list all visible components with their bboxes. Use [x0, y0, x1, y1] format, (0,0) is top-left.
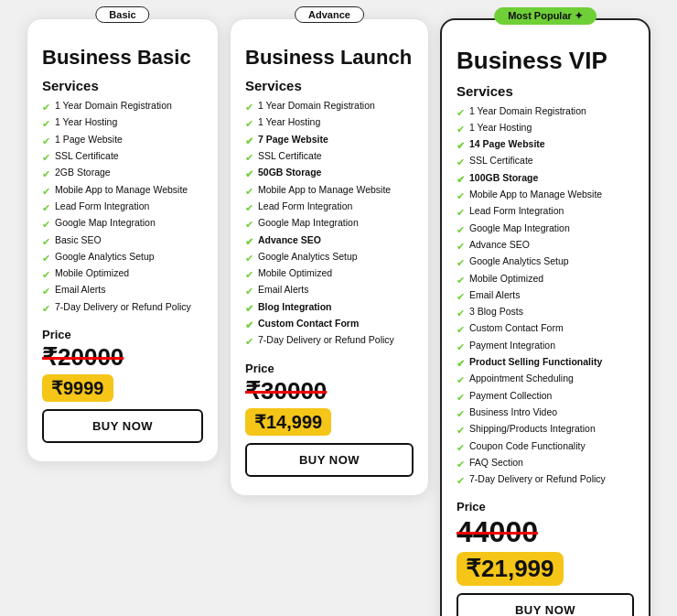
service-item: ✔1 Year Domain Registration: [42, 100, 203, 113]
service-text: 7 Page Website: [258, 134, 328, 146]
check-icon: ✔: [42, 302, 50, 315]
service-text: 1 Year Domain Registration: [258, 100, 375, 113]
check-icon: ✔: [42, 185, 50, 198]
sale-price: ₹9999: [42, 374, 113, 402]
service-text: Mobile App to Manage Website: [258, 184, 391, 197]
price-label: Price: [457, 500, 634, 513]
check-icon: ✔: [42, 268, 50, 281]
service-text: 7-Day Delivery or Refund Policy: [469, 473, 606, 486]
services-label: Services: [42, 78, 203, 93]
service-item: ✔Email Alerts: [457, 289, 634, 303]
check-icon: ✔: [245, 201, 253, 214]
check-icon: ✔: [245, 168, 253, 180]
check-icon: ✔: [245, 218, 253, 231]
service-text: Google Analytics Setup: [258, 251, 358, 264]
service-item: ✔SSL Certificate: [457, 155, 634, 168]
service-item: ✔100GB Storage: [457, 172, 634, 186]
service-text: Basic SEO: [55, 234, 102, 247]
original-price: ₹20000: [42, 343, 124, 372]
check-icon: ✔: [457, 441, 465, 454]
check-icon: ✔: [42, 201, 50, 214]
check-icon: ✔: [245, 319, 253, 331]
check-icon: ✔: [457, 340, 465, 353]
service-item: ✔Advance SEO: [457, 239, 634, 253]
service-item: ✔2GB Storage: [42, 167, 203, 180]
service-text: 14 Page Website: [469, 138, 545, 151]
service-item: ✔Mobile Optimized: [42, 267, 203, 281]
service-text: Email Alerts: [469, 289, 520, 302]
check-icon: ✔: [457, 173, 465, 186]
service-item: ✔7 Page Website: [245, 134, 414, 147]
check-icon: ✔: [42, 151, 50, 164]
service-item: ✔Mobile Optimized: [457, 273, 634, 286]
service-item: ✔7-Day Delivery or Refund Policy: [42, 301, 203, 315]
service-text: Product Selling Functionality: [469, 356, 602, 369]
service-item: ✔FAQ Section: [457, 457, 634, 470]
service-item: ✔Coupon Code Functionality: [457, 440, 634, 454]
service-item: ✔Mobile Optimized: [245, 267, 414, 281]
pricing-card-vip: Most Popular ✦Business VIPServices✔1 Yea…: [440, 18, 650, 616]
service-text: 7-Day Delivery or Refund Policy: [258, 334, 394, 347]
check-icon: ✔: [245, 185, 253, 198]
check-icon: ✔: [457, 391, 465, 404]
check-icon: ✔: [457, 139, 465, 152]
check-icon: ✔: [457, 240, 465, 253]
service-item: ✔Payment Collection: [457, 390, 634, 404]
service-item: ✔Shipping/Products Integration: [457, 423, 634, 437]
buy-now-button[interactable]: BUY NOW: [42, 409, 203, 443]
check-icon: ✔: [457, 206, 465, 219]
service-text: Mobile Optimized: [258, 267, 332, 280]
check-icon: ✔: [457, 424, 465, 437]
card-title: Business Basic: [42, 47, 203, 69]
service-text: 50GB Storage: [258, 167, 321, 179]
service-text: 100GB Storage: [469, 172, 538, 185]
service-text: Custom Contact Form: [469, 322, 564, 335]
service-text: Google Map Integration: [55, 217, 156, 230]
service-item: ✔7-Day Delivery or Refund Policy: [457, 473, 634, 487]
service-item: ✔Advance SEO: [245, 234, 414, 248]
check-icon: ✔: [457, 407, 465, 420]
check-icon: ✔: [42, 168, 50, 180]
service-text: Email Alerts: [258, 284, 308, 297]
price-section: Price₹20000₹9999BUY NOW: [42, 328, 203, 443]
check-icon: ✔: [245, 235, 253, 248]
price-section: Price44000₹21,999BUY NOW: [457, 500, 634, 616]
service-item: ✔Email Alerts: [42, 284, 203, 297]
pricing-card-basic: BasicBusiness BasicServices✔1 Year Domai…: [27, 18, 219, 462]
card-badge: Advance: [295, 6, 364, 23]
check-icon: ✔: [457, 290, 465, 303]
card-title: Business Launch: [245, 47, 414, 69]
buy-now-button[interactable]: BUY NOW: [457, 593, 634, 616]
check-icon: ✔: [42, 117, 50, 130]
service-item: ✔1 Year Hosting: [42, 116, 203, 130]
service-item: ✔1 Year Hosting: [457, 122, 634, 135]
service-text: 2GB Storage: [55, 167, 111, 179]
check-icon: ✔: [245, 117, 253, 130]
check-icon: ✔: [245, 252, 253, 265]
service-text: Mobile App to Manage Website: [469, 189, 602, 201]
service-item: ✔Google Map Integration: [245, 217, 414, 231]
service-text: Google Map Integration: [469, 222, 570, 235]
service-item: ✔Basic SEO: [42, 234, 203, 248]
card-badge: Basic: [95, 6, 149, 23]
service-item: ✔14 Page Website: [457, 138, 634, 152]
service-item: ✔Google Analytics Setup: [245, 251, 414, 265]
service-text: 1 Page Website: [55, 134, 123, 146]
services-label: Services: [245, 78, 414, 93]
check-icon: ✔: [42, 218, 50, 231]
service-text: 1 Year Hosting: [469, 122, 532, 135]
check-icon: ✔: [457, 106, 465, 119]
check-icon: ✔: [457, 373, 465, 386]
service-text: Advance SEO: [469, 239, 530, 252]
service-item: ✔Blog Integration: [245, 301, 414, 315]
service-item: ✔Mobile App to Manage Website: [42, 184, 203, 198]
pricing-card-advance: AdvanceBusiness LaunchServices✔1 Year Do…: [230, 18, 429, 496]
check-icon: ✔: [457, 274, 465, 286]
service-item: ✔Custom Contact Form: [245, 318, 414, 331]
service-item: ✔Google Map Integration: [42, 217, 203, 231]
original-price: ₹30000: [245, 377, 327, 405]
service-text: 1 Year Domain Registration: [469, 105, 586, 118]
check-icon: ✔: [245, 302, 253, 315]
buy-now-button[interactable]: BUY NOW: [245, 443, 414, 477]
service-item: ✔1 Year Domain Registration: [245, 100, 414, 113]
